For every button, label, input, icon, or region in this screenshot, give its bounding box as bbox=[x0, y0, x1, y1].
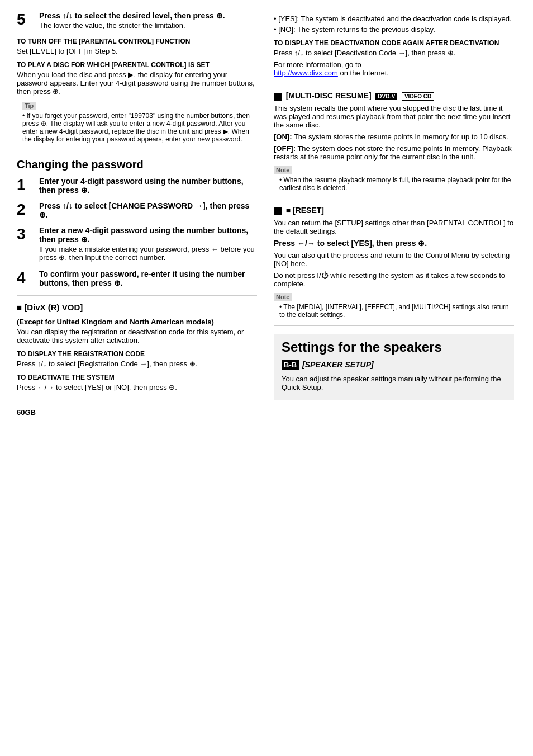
on-label: [ON]: bbox=[274, 133, 292, 141]
right-column: • [YES]: The system is deactivated and t… bbox=[274, 11, 514, 417]
dvdv-badge: DVD-V bbox=[375, 93, 397, 100]
deact-code-header: To display the deactivation code again a… bbox=[274, 39, 514, 47]
cp-step-4: 4 To confirm your password, re-enter it … bbox=[17, 270, 257, 289]
on-body: The system stores the resume points in m… bbox=[294, 133, 508, 141]
cp-step-4-content: To confirm your password, re-enter it us… bbox=[39, 270, 257, 289]
divx-body: You can display the registration or deac… bbox=[17, 328, 257, 344]
divider-1 bbox=[17, 150, 257, 150]
reset-body-2: You can also quit the process and return… bbox=[274, 251, 514, 268]
divx-link[interactable]: http://www.divx.com bbox=[274, 69, 338, 77]
reset-press: Press ←/→ to select [YES], then press ⊕. bbox=[274, 239, 514, 248]
cp-step-3-number: 3 bbox=[17, 226, 34, 264]
reset-body-1: You can return the [SETUP] settings othe… bbox=[274, 219, 514, 235]
off-text: [OFF]: The system does not store the res… bbox=[274, 144, 514, 161]
bullet-section: • [YES]: The system is deactivated and t… bbox=[274, 15, 514, 34]
step-5-number: 5 bbox=[17, 11, 34, 32]
note-1-text: • When the resume playback memory is ful… bbox=[274, 176, 514, 192]
multi-disc-body: This system recalls the point where you … bbox=[274, 104, 514, 129]
off-body: The system does not store the resume poi… bbox=[274, 144, 512, 161]
speaker-setup-label: B-B [SPEAKER SETUP] bbox=[282, 360, 506, 370]
bullet-1: • [YES]: The system is deactivated and t… bbox=[274, 15, 514, 23]
more-info-text: For more information, go to bbox=[274, 60, 361, 69]
cp-step-3-body: If you make a mistake entering your pass… bbox=[39, 245, 257, 262]
reset-square bbox=[274, 207, 282, 215]
play-disc-header: To play a disc for which [PARENTAL CONTR… bbox=[17, 61, 257, 69]
multi-disc-square bbox=[274, 93, 282, 101]
reg-code-header: To display the registration code bbox=[17, 350, 257, 358]
tip-text: • If you forget your password, enter "19… bbox=[22, 112, 257, 143]
cp-step-1-number: 1 bbox=[17, 177, 34, 196]
divx-header: ■ [DivX (R) VOD] bbox=[17, 303, 257, 312]
bullet-2: • [NO]: The system returns to the previo… bbox=[274, 25, 514, 34]
step-5: 5 Press ↑/↓ to select the desired level,… bbox=[17, 11, 257, 32]
cp-step-2-title: Press ↑/↓ to select [CHANGE PASSWORD →],… bbox=[39, 201, 257, 219]
speaker-setup-text: [SPEAKER SETUP] bbox=[302, 360, 374, 369]
off-label: [OFF]: bbox=[274, 144, 296, 153]
divider-5 bbox=[274, 325, 514, 326]
divider-3 bbox=[274, 84, 514, 84]
videocd-badge: VIDEO CD bbox=[402, 92, 434, 101]
cp-step-4-title: To confirm your password, re-enter it us… bbox=[39, 270, 257, 287]
reset-header-text: ■ [RESET] bbox=[286, 206, 324, 215]
reset-body-3: Do not press I/⏻ while resetting the sys… bbox=[274, 271, 514, 288]
page-number: 60GB bbox=[17, 408, 257, 417]
divx-sub: (Except for United Kingdom and North Ame… bbox=[17, 318, 257, 326]
cp-step-3-title: Enter a new 4-digit password using the n… bbox=[39, 226, 257, 244]
cp-step-2: 2 Press ↑/↓ to select [CHANGE PASSWORD →… bbox=[17, 201, 257, 220]
note-box-1: Note • When the resume playback memory i… bbox=[274, 166, 514, 192]
changing-password-title: Changing the password bbox=[17, 158, 257, 171]
cp-step-3: 3 Enter a new 4-digit password using the… bbox=[17, 226, 257, 264]
multi-disc-header-text: [MULTI-DISC RESUME] bbox=[286, 91, 372, 100]
turn-off-body: Set [LEVEL] to [OFF] in Step 5. bbox=[17, 47, 257, 55]
on-text: [ON]: The system stores the resume point… bbox=[274, 133, 514, 141]
deact-code-body: Press ↑/↓ to select [Deactivation Code →… bbox=[274, 49, 514, 57]
tip-box: Tip • If you forget your password, enter… bbox=[17, 101, 257, 143]
speaker-icon: B-B bbox=[282, 360, 299, 370]
link-suffix: on the Internet. bbox=[338, 69, 389, 77]
step-5-title: Press ↑/↓ to select the desired level, t… bbox=[39, 11, 225, 20]
cp-step-1-content: Enter your 4-digit password using the nu… bbox=[39, 177, 257, 196]
more-info: For more information, go to http://www.d… bbox=[274, 60, 514, 77]
divider-2 bbox=[17, 295, 257, 296]
cp-step-1-title: Enter your 4-digit password using the nu… bbox=[39, 177, 257, 195]
note-2-label: Note bbox=[274, 293, 292, 301]
divider-4 bbox=[274, 199, 514, 199]
reg-code-body: Press ↑/↓ to select [Registration Code →… bbox=[17, 360, 257, 368]
note-box-2: Note • The [MEDIA], [INTERVAL], [EFFECT]… bbox=[274, 292, 514, 319]
play-disc-body: When you load the disc and press ▶, the … bbox=[17, 70, 257, 96]
cp-step-2-number: 2 bbox=[17, 201, 34, 220]
cp-step-3-content: Enter a new 4-digit password using the n… bbox=[39, 226, 257, 264]
note-2-text: • The [MEDIA], [INTERVAL], [EFFECT], and… bbox=[274, 303, 514, 319]
deactivate-header: To deactivate the system bbox=[17, 374, 257, 381]
settings-section: Settings for the speakers B-B [SPEAKER S… bbox=[274, 334, 514, 400]
cp-step-2-content: Press ↑/↓ to select [CHANGE PASSWORD →],… bbox=[39, 201, 257, 220]
settings-title: Settings for the speakers bbox=[282, 339, 506, 355]
step-5-body: The lower the value, the stricter the li… bbox=[39, 21, 225, 30]
speaker-body: You can adjust the speaker settings manu… bbox=[282, 375, 506, 391]
note-1-label: Note bbox=[274, 166, 292, 174]
multi-disc-section: [MULTI-DISC RESUME] DVD-V VIDEO CD bbox=[274, 91, 514, 101]
cp-step-4-number: 4 bbox=[17, 270, 34, 289]
tip-label: Tip bbox=[22, 102, 36, 110]
cp-step-1: 1 Enter your 4-digit password using the … bbox=[17, 177, 257, 196]
deactivate-body: Press ←/→ to select [YES] or [NO], then … bbox=[17, 383, 257, 391]
reset-section: ■ [RESET] bbox=[274, 206, 514, 215]
turn-off-header: To turn off the [PARENTAL CONTROL] funct… bbox=[17, 37, 257, 45]
left-column: 5 Press ↑/↓ to select the desired level,… bbox=[17, 11, 257, 417]
step-5-content: Press ↑/↓ to select the desired level, t… bbox=[39, 11, 225, 32]
